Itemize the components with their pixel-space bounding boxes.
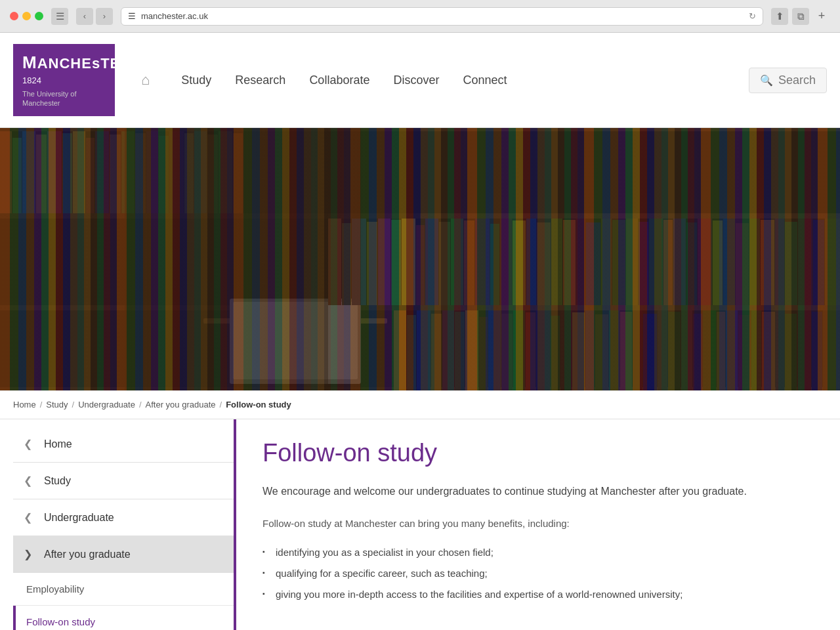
address-bar[interactable]: ☰ manchester.ac.uk ↻	[121, 7, 763, 26]
list-item: qualifying for a specific career, such a…	[262, 563, 801, 584]
back-button[interactable]: ‹	[76, 8, 93, 25]
chevron-down-icon: ❯	[13, 536, 39, 572]
content-title: Follow-on study	[262, 439, 801, 467]
breadcrumb-sep-3: /	[139, 400, 142, 410]
browser-nav-buttons: ☰	[51, 8, 68, 25]
nav-discover[interactable]: Discover	[381, 67, 451, 94]
search-label: Search	[778, 74, 816, 87]
sidebar-item-home[interactable]: ❮ Home	[13, 426, 234, 463]
content-intro: We encourage and welcome our undergradua…	[262, 483, 801, 500]
sidebar-sub-items: Employability Follow-on study	[13, 573, 234, 630]
nav-connect[interactable]: Connect	[451, 67, 518, 94]
nav-collaborate[interactable]: Collaborate	[297, 67, 381, 94]
refresh-icon[interactable]: ↻	[749, 11, 756, 21]
tab-button[interactable]: ⧉	[792, 8, 809, 25]
list-item: giving you more in-depth access to the f…	[262, 584, 801, 605]
chevron-left-icon: ❮	[13, 426, 39, 462]
sidebar: ❮ Home ❮ Study ❮ Undergraduate ❯ After y…	[13, 419, 236, 630]
chevron-left-icon: ❮	[13, 463, 39, 499]
breadcrumb-home[interactable]: Home	[13, 400, 36, 410]
browser-dots	[10, 12, 43, 20]
breadcrumb: Home / Study / Undergraduate / After you…	[0, 390, 840, 419]
hero-background	[0, 128, 840, 390]
browser-chrome: ☰ ‹ › ☰ manchester.ac.uk ↻ ⬆ ⧉ +	[0, 0, 840, 33]
share-button[interactable]: ⬆	[771, 8, 788, 25]
content-list: identifying you as a specialist in your …	[262, 542, 801, 605]
url-text: manchester.ac.uk	[141, 11, 208, 21]
dot-green[interactable]	[35, 12, 43, 20]
list-item: identifying you as a specialist in your …	[262, 542, 801, 563]
university-logo: MANCHEsTER 1824 The University of Manche…	[13, 44, 115, 116]
breadcrumb-sep-1: /	[40, 400, 43, 410]
logo-container[interactable]: MANCHEsTER 1824 The University of Manche…	[13, 44, 115, 116]
home-nav-icon[interactable]: ⌂	[135, 72, 156, 89]
breadcrumb-sep-4: /	[220, 400, 222, 410]
site-header: MANCHEsTER 1824 The University of Manche…	[0, 33, 840, 128]
main-content: ❮ Home ❮ Study ❮ Undergraduate ❯ After y…	[0, 419, 840, 630]
dot-yellow[interactable]	[22, 12, 31, 20]
breadcrumb-study[interactable]: Study	[46, 400, 68, 410]
sidebar-sub-follow-on-study[interactable]: Follow-on study	[13, 606, 234, 630]
dot-red[interactable]	[10, 12, 18, 20]
logo-manchester-text: MANCHEsTER	[22, 52, 106, 74]
breadcrumb-undergraduate[interactable]: Undergraduate	[78, 400, 135, 410]
nav-study[interactable]: Study	[169, 67, 223, 94]
nav-research[interactable]: Research	[223, 67, 297, 94]
sidebar-home-label: Home	[44, 427, 72, 462]
content-body: Follow-on study at Manchester can bring …	[262, 516, 801, 532]
sidebar-toggle-button[interactable]: ☰	[51, 8, 68, 25]
breadcrumb-sep-2: /	[72, 400, 75, 410]
logo-year: 1824	[22, 75, 106, 87]
browser-action-buttons: ⬆ ⧉ +	[771, 8, 830, 25]
hero-image	[0, 128, 840, 390]
breadcrumb-current: Follow-on study	[226, 400, 291, 410]
sidebar-sub-employability[interactable]: Employability	[13, 573, 234, 606]
chevron-left-icon: ❮	[13, 499, 39, 536]
main-navigation: ⌂ Study Research Collaborate Discover Co…	[135, 67, 749, 94]
search-box[interactable]: 🔍 Search	[749, 68, 827, 93]
content-area: Follow-on study We encourage and welcome…	[236, 419, 827, 630]
person-silhouette	[98, 128, 361, 390]
sidebar-study-label: Study	[44, 463, 71, 499]
breadcrumb-after-graduate[interactable]: After you graduate	[146, 400, 216, 410]
logo-subtitle: The University of Manchester	[22, 89, 106, 108]
sidebar-item-undergraduate[interactable]: ❮ Undergraduate	[13, 499, 234, 536]
address-bar-menu-icon: ☰	[128, 11, 136, 21]
sidebar-item-study[interactable]: ❮ Study	[13, 463, 234, 499]
sidebar-item-after-graduate[interactable]: ❯ After you graduate	[13, 536, 234, 573]
new-tab-button[interactable]: +	[813, 8, 830, 25]
search-icon: 🔍	[760, 74, 773, 87]
sidebar-undergraduate-label: Undergraduate	[44, 500, 114, 536]
forward-button[interactable]: ›	[96, 8, 113, 25]
browser-back-forward: ‹ ›	[76, 8, 113, 25]
sidebar-after-graduate-label: After you graduate	[44, 537, 131, 572]
